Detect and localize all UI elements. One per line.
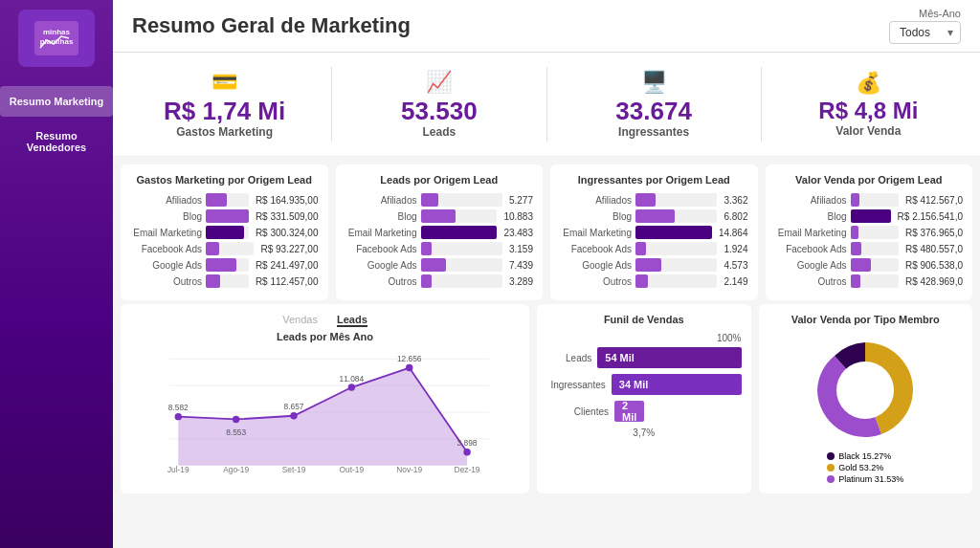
svg-text:Dez-19: Dez-19: [455, 465, 480, 474]
svg-point-26: [836, 362, 894, 419]
gastos-chart-card: Gastos Marketing por Origem Lead Afiliad…: [121, 164, 328, 300]
svg-text:8.553: 8.553: [226, 427, 246, 437]
donut-title: Valor Venda por Tipo Membro: [768, 314, 964, 325]
header: Resumo Geral de Marketing Mês-Ano Todos …: [113, 0, 980, 53]
bar-fill: [206, 242, 219, 255]
bar-label: Outros: [345, 276, 417, 287]
bar-container: [206, 209, 249, 223]
bar-label: Outros: [775, 276, 847, 287]
bar-value: 23.483: [503, 228, 533, 238]
bar-label: Afiliados: [560, 195, 632, 206]
leads-chart-card: Leads por Origem Lead Afiliados5.277Blog…: [336, 164, 544, 300]
donut-card: Valor Venda por Tipo Membro: [759, 304, 973, 493]
bar-container: [851, 242, 899, 255]
bar-fill: [851, 226, 859, 239]
filter-wrapper: Todos Jan-19Fev-19Mar-19 Abr-19Mai-19Jun…: [889, 21, 961, 44]
bar-value: R$ 376.965,0: [905, 228, 963, 238]
gastos-bars: AfiliadosR$ 164.935,00BlogR$ 331.509,00E…: [130, 193, 319, 288]
kpi-valor-label: Valor Venda: [835, 124, 901, 138]
gastos-chart-title: Gastos Marketing por Origem Lead: [130, 174, 319, 186]
bar-row: Google Ads7.439: [345, 258, 534, 272]
funnel-fill-ingressantes: 34 Mil: [612, 374, 742, 395]
funnel-row-leads: Leads 54 Mil: [546, 347, 742, 368]
tab-leads-line[interactable]: Leads: [337, 314, 368, 327]
bar-value: 4.573: [724, 260, 747, 271]
sidebar-item-resumo-vendedores[interactable]: Resumo Vendedores: [0, 121, 113, 163]
bar-row: OutrosR$ 112.457,00: [130, 274, 319, 288]
bar-fill: [206, 274, 220, 288]
bar-fill: [421, 226, 498, 239]
bar-fill: [421, 274, 433, 288]
bar-row: Google AdsR$ 906.538,0: [775, 258, 964, 272]
bar-value: 10.883: [503, 211, 533, 222]
svg-point-11: [348, 384, 355, 390]
bar-label: Blog: [560, 211, 632, 222]
kpi-ingressantes-label: Ingressantes: [618, 125, 689, 139]
legend-platinum-label: Platinum 31.53%: [838, 474, 903, 484]
bar-label: Email Marketing: [130, 228, 202, 238]
bar-fill: [421, 209, 457, 223]
bar-value: 3.289: [509, 276, 533, 287]
bar-row: Google Ads4.573: [560, 258, 748, 272]
bar-row: Outros3.289: [345, 274, 534, 288]
funnel-row-ingressantes: Ingressantes 34 Mil: [546, 374, 742, 395]
svg-text:8.582: 8.582: [168, 403, 189, 412]
kpi-leads-label: Leads: [423, 125, 457, 139]
top-charts-row: Gastos Marketing por Origem Lead Afiliad…: [113, 157, 980, 304]
line-chart-card: Vendas Leads Leads por Mês Ano: [121, 304, 529, 493]
kpi-gastos-value: R$ 1,74 Mi: [164, 99, 285, 123]
kpi-valor-value: R$ 4,8 Mi: [818, 99, 918, 122]
bar-row: Blog6.802: [560, 209, 748, 223]
bar-container: [206, 274, 249, 288]
bar-label: Facebook Ads: [130, 244, 202, 254]
legend-platinum-dot: [827, 475, 835, 483]
bar-fill: [851, 209, 891, 223]
bar-container: [206, 242, 254, 255]
bar-label: Afiliados: [345, 195, 417, 206]
bar-value: R$ 2.156.541,0: [898, 211, 963, 222]
bar-value: R$ 112.457,00: [256, 276, 319, 287]
sidebar-item-resumo-marketing[interactable]: Resumo Marketing: [0, 86, 113, 117]
bar-fill: [635, 226, 712, 239]
bar-fill: [635, 242, 646, 255]
bar-value: R$ 906.538,0: [905, 260, 963, 271]
bar-row: Facebook Ads3.159: [345, 242, 534, 255]
bar-container: [851, 226, 899, 239]
legend-black: Black 15.27%: [827, 451, 903, 461]
bar-value: R$ 164.935,00: [256, 195, 319, 206]
line-chart-svg: 8.582 8.553 8.657 11.084 12.656 3.898 Ju…: [130, 350, 520, 474]
kpi-leads-value: 53.530: [401, 99, 478, 123]
bar-fill: [851, 274, 860, 288]
svg-text:Jul-19: Jul-19: [167, 465, 189, 474]
valor-chart-title: Valor Venda por Origem Lead: [775, 174, 964, 186]
ingressantes-bars: Afiliados3.362Blog6.802Email Marketing14…: [560, 193, 748, 288]
mes-ano-select[interactable]: Todos Jan-19Fev-19Mar-19 Abr-19Mai-19Jun…: [889, 21, 961, 44]
kpi-ingressantes-value: 33.674: [615, 99, 692, 123]
sidebar: minhas planilhas Resumo Marketing Resumo…: [0, 0, 113, 548]
bar-container: [421, 226, 498, 239]
funnel-fill-leads: 54 Mil: [597, 347, 741, 368]
funnel-card: Funil de Vendas 100% Leads 54 Mil Ingres…: [537, 304, 751, 493]
bar-fill: [206, 258, 236, 272]
svg-text:Nov-19: Nov-19: [396, 465, 422, 474]
bar-row: BlogR$ 2.156.541,0: [775, 209, 964, 223]
svg-point-9: [233, 416, 239, 423]
bar-value: 1.924: [724, 244, 747, 254]
bar-fill: [851, 193, 860, 207]
bar-value: 2.149: [724, 276, 747, 287]
legend-platinum: Platinum 31.53%: [827, 474, 903, 484]
bar-label: Facebook Ads: [775, 244, 847, 254]
bar-fill: [206, 209, 249, 223]
svg-text:minhas: minhas: [43, 28, 71, 36]
bar-label: Email Marketing: [345, 228, 417, 238]
svg-point-13: [463, 449, 470, 455]
bar-value: 7.439: [509, 260, 533, 271]
bar-container: [635, 242, 717, 255]
tab-vendas[interactable]: Vendas: [282, 314, 318, 327]
bar-value: 3.362: [724, 195, 747, 206]
bar-container: [851, 274, 899, 288]
bar-label: Blog: [130, 211, 202, 222]
funnel-title: Funil de Vendas: [546, 314, 742, 325]
logo: minhas planilhas: [18, 10, 95, 67]
donut-svg: [808, 333, 923, 448]
